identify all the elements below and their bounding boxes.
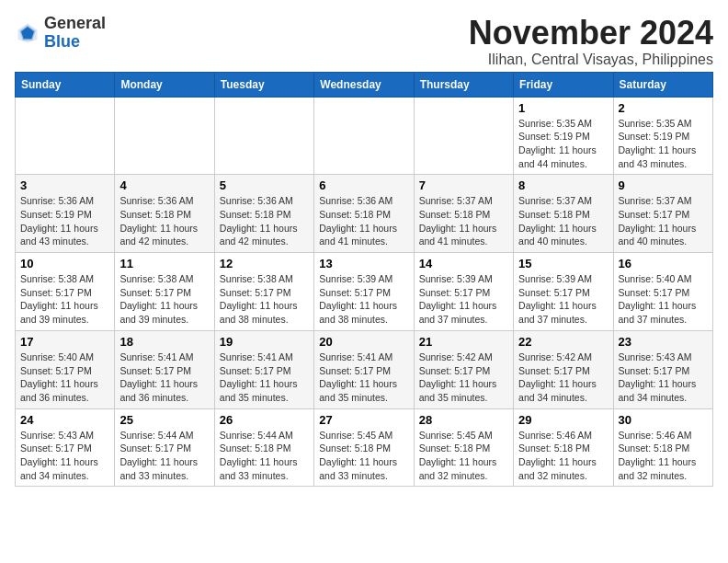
calendar-cell: 15Sunrise: 5:39 AM Sunset: 5:17 PM Dayli… <box>514 253 613 331</box>
calendar-cell: 5Sunrise: 5:36 AM Sunset: 5:18 PM Daylig… <box>214 175 313 253</box>
day-info: Sunrise: 5:37 AM Sunset: 5:18 PM Dayligh… <box>419 194 508 248</box>
day-info: Sunrise: 5:41 AM Sunset: 5:17 PM Dayligh… <box>319 350 408 405</box>
calendar-cell: 3Sunrise: 5:36 AM Sunset: 5:19 PM Daylig… <box>16 175 115 253</box>
day-number: 24 <box>20 413 109 427</box>
week-row-5: 24Sunrise: 5:43 AM Sunset: 5:17 PM Dayli… <box>16 408 713 487</box>
calendar-cell: 9Sunrise: 5:37 AM Sunset: 5:17 PM Daylig… <box>613 175 712 253</box>
day-number: 25 <box>119 413 209 427</box>
day-info: Sunrise: 5:46 AM Sunset: 5:18 PM Dayligh… <box>619 429 708 483</box>
logo-icon <box>15 20 40 46</box>
calendar-cell: 17Sunrise: 5:40 AM Sunset: 5:17 PM Dayli… <box>16 330 115 408</box>
day-number: 2 <box>619 101 708 115</box>
day-info: Sunrise: 5:43 AM Sunset: 5:17 PM Dayligh… <box>20 429 109 483</box>
day-info: Sunrise: 5:36 AM Sunset: 5:19 PM Dayligh… <box>20 194 109 248</box>
day-number: 7 <box>419 178 508 192</box>
day-number: 11 <box>119 257 209 270</box>
calendar-cell: 27Sunrise: 5:45 AM Sunset: 5:18 PM Dayli… <box>314 408 414 487</box>
day-number: 22 <box>518 335 608 349</box>
location-title: Ilihan, Central Visayas, Philippines <box>469 52 713 68</box>
day-number: 27 <box>319 413 408 427</box>
weekday-header-thursday: Thursday <box>414 72 513 97</box>
day-number: 26 <box>220 413 309 427</box>
day-info: Sunrise: 5:40 AM Sunset: 5:17 PM Dayligh… <box>20 350 109 405</box>
calendar-cell: 8Sunrise: 5:37 AM Sunset: 5:18 PM Daylig… <box>514 175 613 253</box>
calendar-cell: 21Sunrise: 5:42 AM Sunset: 5:17 PM Dayli… <box>414 330 513 408</box>
day-number: 18 <box>119 335 209 349</box>
day-info: Sunrise: 5:41 AM Sunset: 5:17 PM Dayligh… <box>119 350 209 405</box>
day-info: Sunrise: 5:42 AM Sunset: 5:17 PM Dayligh… <box>419 350 508 405</box>
calendar-cell <box>314 97 414 175</box>
day-number: 30 <box>619 413 708 427</box>
day-number: 9 <box>619 178 708 192</box>
weekday-header-sunday: Sunday <box>16 72 115 97</box>
day-number: 12 <box>220 257 309 270</box>
day-info: Sunrise: 5:39 AM Sunset: 5:17 PM Dayligh… <box>518 272 608 327</box>
day-number: 17 <box>20 335 109 349</box>
weekday-header-monday: Monday <box>115 72 214 97</box>
day-number: 15 <box>518 257 608 270</box>
calendar-cell <box>214 97 313 175</box>
calendar-table: SundayMondayTuesdayWednesdayThursdayFrid… <box>15 72 713 488</box>
calendar-cell: 19Sunrise: 5:41 AM Sunset: 5:17 PM Dayli… <box>214 330 313 408</box>
week-row-3: 10Sunrise: 5:38 AM Sunset: 5:17 PM Dayli… <box>16 253 713 331</box>
weekday-header-friday: Friday <box>514 72 613 97</box>
day-info: Sunrise: 5:37 AM Sunset: 5:17 PM Dayligh… <box>619 194 708 248</box>
week-row-2: 3Sunrise: 5:36 AM Sunset: 5:19 PM Daylig… <box>16 175 713 253</box>
day-number: 21 <box>419 335 508 349</box>
calendar-cell: 6Sunrise: 5:36 AM Sunset: 5:18 PM Daylig… <box>314 175 414 253</box>
calendar-cell: 2Sunrise: 5:35 AM Sunset: 5:19 PM Daylig… <box>613 97 712 175</box>
day-info: Sunrise: 5:45 AM Sunset: 5:18 PM Dayligh… <box>419 429 508 483</box>
calendar-cell: 24Sunrise: 5:43 AM Sunset: 5:17 PM Dayli… <box>16 408 115 487</box>
calendar-cell: 30Sunrise: 5:46 AM Sunset: 5:18 PM Dayli… <box>613 408 712 487</box>
calendar-cell: 29Sunrise: 5:46 AM Sunset: 5:18 PM Dayli… <box>514 408 613 487</box>
weekday-header-tuesday: Tuesday <box>214 72 313 97</box>
day-info: Sunrise: 5:36 AM Sunset: 5:18 PM Dayligh… <box>220 194 309 248</box>
day-number: 5 <box>220 178 309 192</box>
calendar-cell: 7Sunrise: 5:37 AM Sunset: 5:18 PM Daylig… <box>414 175 513 253</box>
day-info: Sunrise: 5:42 AM Sunset: 5:17 PM Dayligh… <box>518 350 608 405</box>
calendar-cell: 25Sunrise: 5:44 AM Sunset: 5:17 PM Dayli… <box>115 408 214 487</box>
calendar-cell: 23Sunrise: 5:43 AM Sunset: 5:17 PM Dayli… <box>613 330 712 408</box>
calendar-cell: 1Sunrise: 5:35 AM Sunset: 5:19 PM Daylig… <box>514 97 613 175</box>
week-row-4: 17Sunrise: 5:40 AM Sunset: 5:17 PM Dayli… <box>16 330 713 408</box>
calendar-cell: 11Sunrise: 5:38 AM Sunset: 5:17 PM Dayli… <box>115 253 214 331</box>
day-number: 28 <box>419 413 508 427</box>
day-info: Sunrise: 5:37 AM Sunset: 5:18 PM Dayligh… <box>518 194 608 248</box>
day-info: Sunrise: 5:35 AM Sunset: 5:19 PM Dayligh… <box>619 117 708 171</box>
calendar-cell: 10Sunrise: 5:38 AM Sunset: 5:17 PM Dayli… <box>16 253 115 331</box>
day-number: 1 <box>518 101 608 115</box>
calendar-cell: 16Sunrise: 5:40 AM Sunset: 5:17 PM Dayli… <box>613 253 712 331</box>
day-info: Sunrise: 5:39 AM Sunset: 5:17 PM Dayligh… <box>419 272 508 327</box>
logo-text: General Blue <box>44 15 106 52</box>
calendar-cell: 12Sunrise: 5:38 AM Sunset: 5:17 PM Dayli… <box>214 253 313 331</box>
title-block: November 2024 Ilihan, Central Visayas, P… <box>469 15 713 68</box>
day-number: 3 <box>20 178 109 192</box>
day-info: Sunrise: 5:38 AM Sunset: 5:17 PM Dayligh… <box>20 272 109 327</box>
calendar-cell <box>414 97 513 175</box>
calendar-cell: 20Sunrise: 5:41 AM Sunset: 5:17 PM Dayli… <box>314 330 414 408</box>
day-info: Sunrise: 5:38 AM Sunset: 5:17 PM Dayligh… <box>119 272 209 327</box>
calendar-cell: 13Sunrise: 5:39 AM Sunset: 5:17 PM Dayli… <box>314 253 414 331</box>
day-number: 4 <box>119 178 209 192</box>
day-number: 16 <box>619 257 708 270</box>
page-header: General Blue November 2024 Ilihan, Centr… <box>15 15 713 68</box>
day-info: Sunrise: 5:36 AM Sunset: 5:18 PM Dayligh… <box>319 194 408 248</box>
calendar-cell: 26Sunrise: 5:44 AM Sunset: 5:18 PM Dayli… <box>214 408 313 487</box>
weekday-header-row: SundayMondayTuesdayWednesdayThursdayFrid… <box>16 72 713 97</box>
day-number: 20 <box>319 335 408 349</box>
week-row-1: 1Sunrise: 5:35 AM Sunset: 5:19 PM Daylig… <box>16 97 713 175</box>
calendar-cell: 22Sunrise: 5:42 AM Sunset: 5:17 PM Dayli… <box>514 330 613 408</box>
day-number: 8 <box>518 178 608 192</box>
day-number: 13 <box>319 257 408 270</box>
weekday-header-saturday: Saturday <box>613 72 712 97</box>
day-number: 14 <box>419 257 508 270</box>
calendar-cell: 4Sunrise: 5:36 AM Sunset: 5:18 PM Daylig… <box>115 175 214 253</box>
day-info: Sunrise: 5:35 AM Sunset: 5:19 PM Dayligh… <box>518 117 608 171</box>
calendar-cell: 14Sunrise: 5:39 AM Sunset: 5:17 PM Dayli… <box>414 253 513 331</box>
calendar-cell: 18Sunrise: 5:41 AM Sunset: 5:17 PM Dayli… <box>115 330 214 408</box>
calendar-cell: 28Sunrise: 5:45 AM Sunset: 5:18 PM Dayli… <box>414 408 513 487</box>
day-info: Sunrise: 5:41 AM Sunset: 5:17 PM Dayligh… <box>220 350 309 405</box>
day-info: Sunrise: 5:40 AM Sunset: 5:17 PM Dayligh… <box>619 272 708 327</box>
day-info: Sunrise: 5:39 AM Sunset: 5:17 PM Dayligh… <box>319 272 408 327</box>
day-info: Sunrise: 5:38 AM Sunset: 5:17 PM Dayligh… <box>220 272 309 327</box>
